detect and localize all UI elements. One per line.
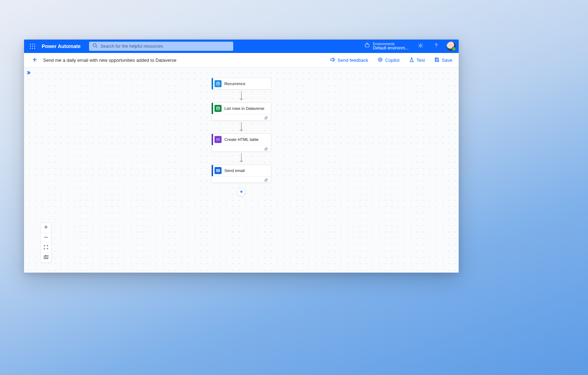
dataverse-icon bbox=[214, 105, 222, 112]
node-accent bbox=[212, 134, 213, 145]
search-input[interactable] bbox=[89, 42, 233, 51]
svg-rect-17 bbox=[436, 60, 438, 61]
megaphone-icon bbox=[330, 57, 335, 64]
svg-point-0 bbox=[30, 44, 31, 45]
send-feedback-button[interactable]: Send feedback bbox=[327, 55, 371, 65]
flow-step[interactable]: Send email bbox=[211, 165, 271, 183]
environment-icon bbox=[364, 43, 370, 50]
svg-point-2 bbox=[34, 44, 35, 45]
mail-icon bbox=[214, 167, 222, 174]
braces-icon bbox=[214, 136, 222, 143]
add-step-button[interactable] bbox=[237, 188, 246, 196]
designer-canvas[interactable]: RecurrenceList rows in DataverseCreate H… bbox=[24, 68, 459, 273]
node-footer bbox=[212, 176, 271, 183]
flask-icon bbox=[409, 57, 414, 64]
zoom-toolbox bbox=[40, 222, 52, 263]
search-container bbox=[89, 42, 233, 51]
flow-arrow bbox=[211, 121, 271, 133]
map-icon bbox=[43, 255, 48, 261]
send-feedback-label: Send feedback bbox=[337, 58, 368, 63]
svg-point-4 bbox=[32, 46, 33, 47]
help-icon bbox=[433, 43, 439, 50]
test-label: Test bbox=[417, 58, 425, 63]
arrow-left-icon bbox=[32, 57, 37, 64]
svg-point-3 bbox=[30, 46, 31, 47]
save-button[interactable]: Save bbox=[431, 55, 455, 65]
minimap-button[interactable] bbox=[41, 252, 51, 262]
save-label: Save bbox=[442, 58, 452, 63]
fit-icon bbox=[43, 245, 48, 251]
connection-icon bbox=[264, 177, 268, 184]
save-icon bbox=[434, 57, 440, 64]
plus-icon bbox=[43, 225, 48, 231]
svg-point-7 bbox=[32, 48, 33, 49]
svg-point-6 bbox=[30, 48, 31, 49]
svg-point-8 bbox=[34, 48, 35, 49]
flow-column: RecurrenceList rows in DataverseCreate H… bbox=[211, 78, 271, 196]
environment-picker[interactable]: Environments Default environm... bbox=[364, 42, 408, 50]
svg-line-10 bbox=[96, 47, 98, 48]
fit-view-button[interactable] bbox=[41, 243, 51, 252]
node-accent bbox=[212, 103, 213, 114]
gear-icon bbox=[418, 43, 423, 50]
flow-step[interactable]: List rows in Dataverse bbox=[211, 102, 271, 121]
app-window: Power Automate Environments Default envi… bbox=[24, 40, 459, 273]
copilot-icon bbox=[377, 57, 383, 64]
svg-rect-11 bbox=[365, 44, 369, 47]
svg-point-13 bbox=[436, 47, 436, 47]
svg-point-15 bbox=[378, 58, 382, 62]
svg-point-12 bbox=[420, 45, 422, 47]
flow-step-label: Send email bbox=[224, 168, 245, 173]
connection-icon bbox=[264, 146, 268, 153]
flow-arrow bbox=[211, 90, 271, 102]
svg-point-1 bbox=[32, 44, 33, 45]
node-footer bbox=[212, 114, 271, 120]
copilot-label: Copilot bbox=[385, 58, 399, 63]
settings-button[interactable] bbox=[414, 40, 427, 53]
chevron-double-right-icon bbox=[27, 70, 31, 76]
test-button[interactable]: Test bbox=[406, 55, 428, 65]
topbar: Power Automate Environments Default envi… bbox=[24, 40, 459, 53]
node-accent bbox=[212, 165, 213, 176]
connection-icon bbox=[264, 115, 268, 121]
flow-step-label: Recurrence bbox=[224, 82, 245, 86]
app-launcher-icon[interactable] bbox=[27, 41, 38, 52]
flow-step-label: Create HTML table bbox=[224, 137, 259, 142]
back-button[interactable] bbox=[30, 55, 40, 65]
flow-step[interactable]: Create HTML table bbox=[211, 133, 271, 152]
node-accent bbox=[212, 78, 213, 89]
svg-point-9 bbox=[93, 44, 96, 47]
copilot-button[interactable]: Copilot bbox=[375, 55, 402, 65]
plus-icon bbox=[239, 189, 243, 195]
avatar[interactable] bbox=[447, 42, 456, 51]
svg-rect-16 bbox=[436, 58, 437, 59]
flow-title: Send me a daily email with new opportuni… bbox=[43, 58, 176, 63]
zoom-in-button[interactable] bbox=[41, 223, 51, 233]
zoom-out-button[interactable] bbox=[41, 233, 51, 243]
svg-point-5 bbox=[34, 46, 35, 47]
flow-step[interactable]: Recurrence bbox=[211, 78, 271, 90]
command-bar: Send me a daily email with new opportuni… bbox=[24, 53, 459, 68]
expand-panel-button[interactable] bbox=[25, 70, 32, 76]
environment-label: Environments bbox=[373, 42, 408, 46]
minus-icon bbox=[43, 235, 48, 241]
node-footer bbox=[212, 145, 271, 151]
svg-point-20 bbox=[217, 107, 219, 108]
clock-icon bbox=[214, 80, 222, 87]
left-rail bbox=[24, 68, 31, 273]
help-button[interactable] bbox=[430, 40, 442, 53]
search-icon bbox=[93, 43, 98, 49]
search-field[interactable] bbox=[100, 44, 230, 49]
brand-label: Power Automate bbox=[42, 43, 81, 49]
flow-arrow bbox=[211, 152, 271, 165]
environment-name: Default environm... bbox=[373, 46, 408, 50]
flow-step-label: List rows in Dataverse bbox=[224, 106, 264, 111]
